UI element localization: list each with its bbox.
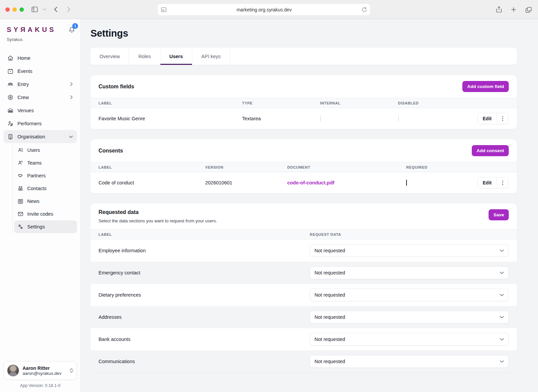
chevron-down-icon — [500, 249, 504, 252]
kebab-menu-icon[interactable] — [497, 113, 508, 124]
edit-button[interactable]: Edit — [478, 177, 497, 188]
document-link[interactable]: code-of-conduct.pdf — [287, 180, 334, 185]
avatar — [7, 364, 19, 377]
chevron-down-icon — [500, 360, 504, 363]
sidebar-item-label: Entry — [17, 82, 66, 87]
section-label: Bank accounts — [99, 337, 310, 342]
syrakus-logo: SYЯAKUS — [7, 26, 56, 34]
column-header-label: LABEL — [99, 101, 242, 105]
requested-data-row: Dietary preferences Not requested — [90, 284, 517, 306]
column-header-internal: INTERNAL — [320, 101, 398, 105]
request-data-select[interactable]: Not requested — [310, 333, 509, 346]
window-controls — [5, 7, 24, 12]
sidebar-item-teams[interactable]: Teams — [14, 157, 77, 169]
zoom-window-button[interactable] — [20, 7, 24, 12]
request-data-select[interactable]: Not requested — [310, 244, 509, 257]
app-version: App Version: 0.18.1-0 — [3, 383, 77, 388]
back-button[interactable] — [54, 6, 58, 12]
sidebar-dropdown-chevron-icon[interactable] — [43, 8, 46, 11]
sidebar-item-label: Partners — [27, 173, 46, 178]
sidebar-item-label: Users — [27, 147, 40, 153]
sidebar-nav: Home Events Entry Crew Venues — [0, 51, 80, 361]
new-tab-icon[interactable] — [511, 7, 516, 12]
required-checkbox[interactable] — [406, 180, 407, 186]
notification-count-badge[interactable]: 1 — [72, 23, 78, 29]
sidebar-item-contacts[interactable]: Contacts — [14, 182, 77, 195]
kebab-menu-icon[interactable] — [497, 177, 508, 188]
tab-users[interactable]: Users — [160, 48, 192, 65]
column-header-required: REQUIRED — [406, 165, 468, 169]
consents-header-row: LABEL VERSION DOCUMENT REQUIRED — [90, 162, 517, 172]
custom-fields-card: Custom fields Add custom field LABEL TYP… — [90, 75, 517, 129]
add-custom-field-button[interactable]: Add custom field — [462, 81, 509, 92]
organisation-subnav: Users Teams Partners Contacts News — [12, 144, 77, 233]
chevron-down-icon — [69, 135, 73, 138]
sidebar-item-label: Performers — [17, 121, 73, 126]
users-icon — [17, 147, 24, 153]
sidebar-item-organisation[interactable]: Organisation — [3, 130, 77, 143]
custom-field-label: Favorite Music Genre — [99, 116, 242, 121]
add-consent-button[interactable]: Add consent — [472, 145, 509, 156]
consent-label: Code of conduct — [99, 180, 205, 185]
close-window-button[interactable] — [5, 7, 10, 12]
user-menu[interactable]: Aaron Ritter aaron@syrakus.dev — [3, 361, 77, 380]
minimize-window-button[interactable] — [12, 7, 17, 12]
venue-warehouse-icon — [7, 107, 13, 114]
sidebar-item-performers[interactable]: Performers — [3, 117, 77, 130]
column-header-request-data: REQUEST DATA — [310, 232, 509, 236]
sidebar-item-home[interactable]: Home — [3, 51, 77, 64]
crew-badge-icon — [7, 94, 13, 100]
reader-mode-icon[interactable] — [161, 7, 166, 12]
sidebar-item-crew[interactable]: Crew — [3, 91, 77, 104]
requested-data-subtitle: Select the data sections you want to req… — [99, 218, 217, 223]
consents-card: Consents Add consent LABEL VERSION DOCUM… — [90, 139, 517, 193]
column-header-label: LABEL — [99, 232, 310, 236]
handshake-icon — [17, 173, 24, 179]
request-data-select[interactable]: Not requested — [310, 289, 509, 301]
chevron-down-icon — [500, 316, 504, 318]
request-data-select[interactable]: Not requested — [310, 266, 509, 279]
sidebar-item-users[interactable]: Users — [14, 144, 77, 157]
disabled-checkbox[interactable] — [398, 116, 399, 122]
sidebar-item-news[interactable]: News — [14, 195, 77, 208]
column-header-version: VERSION — [205, 165, 287, 169]
address-bar[interactable]: marketing.org.syrakus.dev — [157, 3, 371, 16]
tab-overview[interactable]: Overview — [90, 48, 129, 65]
save-button[interactable]: Save — [489, 209, 509, 220]
forward-button[interactable] — [67, 6, 71, 12]
request-data-select[interactable]: Not requested — [310, 311, 509, 323]
selected-value: Not requested — [314, 359, 345, 364]
share-icon[interactable] — [496, 6, 502, 13]
sidebar: SYЯAKUS 1 Syrakus Home Events Entry — [0, 19, 81, 392]
sidebar-item-invite-codes[interactable]: Invite codes — [14, 208, 77, 220]
row-actions: Edit — [477, 113, 509, 124]
chevron-up-down-icon — [70, 368, 73, 373]
tab-roles[interactable]: Roles — [129, 48, 160, 65]
requested-data-row: Addresses Not requested — [90, 306, 517, 328]
reload-icon[interactable] — [362, 7, 367, 12]
sidebar-item-entry[interactable]: Entry — [3, 78, 77, 91]
row-actions: Edit — [477, 177, 509, 188]
tab-overview-icon[interactable] — [525, 7, 532, 13]
sidebar-item-label: Events — [17, 69, 73, 74]
url-text[interactable]: marketing.org.syrakus.dev — [166, 7, 362, 12]
tab-api-keys[interactable]: API keys — [192, 48, 230, 65]
consents-title: Consents — [99, 148, 123, 154]
sidebar-item-venues[interactable]: Venues — [3, 104, 77, 117]
edit-button[interactable]: Edit — [478, 113, 497, 124]
internal-checkbox[interactable] — [320, 116, 321, 122]
sidebar-item-settings[interactable]: Settings — [14, 220, 77, 233]
sidebar-item-label: Organisation — [17, 134, 65, 139]
sidebar-toggle-icon[interactable] — [31, 6, 38, 12]
request-data-select[interactable]: Not requested — [310, 355, 509, 368]
section-label: Employee information — [99, 248, 310, 253]
sidebar-item-partners[interactable]: Partners — [14, 169, 77, 182]
sidebar-item-label: Teams — [27, 160, 42, 166]
requested-data-card: Requested data Select the data sections … — [90, 204, 517, 373]
custom-fields-title: Custom fields — [99, 84, 134, 90]
section-label: Communications — [99, 359, 310, 364]
selected-value: Not requested — [314, 337, 345, 342]
sidebar-item-events[interactable]: Events — [3, 64, 77, 78]
sidebar-item-label: Home — [17, 55, 73, 61]
contacts-icon — [17, 185, 24, 191]
